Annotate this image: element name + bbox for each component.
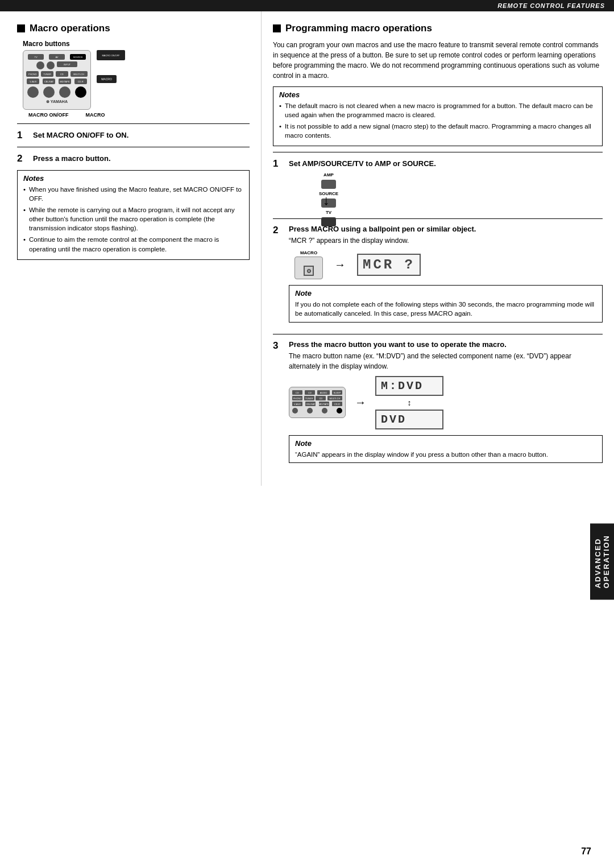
macro-on-off-label: MACRO ON/OFF	[28, 112, 69, 118]
rb-vaux-btn: V-AUX	[292, 402, 302, 406]
macro-buttons-figure: Macro buttons TV AV SOURCE INPUT	[23, 40, 250, 118]
amp-btn	[321, 180, 336, 189]
right-note-2: It is not possible to add a new signal (…	[279, 122, 596, 140]
amp-source-fig: AMP SOURCE TV ↓	[300, 172, 603, 208]
divider-2	[17, 147, 250, 147]
prog-macro-heading: Programming macro operations	[273, 23, 603, 34]
power-av-btn: AV	[49, 54, 65, 60]
step2-note-title: Note	[295, 289, 596, 297]
step3-note-title: Note	[295, 439, 596, 448]
display-line-1: M:DVD	[375, 376, 443, 396]
display-arrow-down: ↕	[375, 398, 443, 407]
tv-text: TV	[312, 210, 346, 215]
rb-dvd-circle	[337, 408, 342, 414]
bullet-square-2	[273, 24, 281, 32]
right-column: Programming macro operations You can pro…	[262, 11, 614, 486]
rb-tuner-btn: TUNER	[304, 396, 314, 400]
right-notes-list: The default macro is not cleared when a …	[279, 101, 596, 140]
arrow-right-icon: →	[334, 258, 346, 271]
display-box-large: M:DVD ↕ DVD	[375, 376, 443, 429]
dvr-btn	[59, 86, 70, 98]
remote-main-body: TV AV SOURCE INPUT PHONO TUNER CD	[23, 50, 91, 110]
right-divider-3	[273, 334, 603, 334]
left-note-3: Continue to aim the remote control at th…	[23, 235, 243, 253]
step-2-text: Press a macro button.	[33, 153, 250, 163]
right-step-2-title: Press MACRO using a ballpoint pen or sim…	[289, 225, 603, 233]
rb-row-4	[292, 408, 342, 414]
remote-container: TV AV SOURCE INPUT PHONO TUNER CD	[23, 50, 250, 110]
cdr-btn: CD-R	[74, 78, 87, 84]
rb-sleep-btn: SLEEP	[332, 390, 342, 395]
prog-macro-title: Programming macro operations	[285, 23, 432, 34]
rb-phono-btn: PHONO	[292, 396, 302, 400]
remote-side-buttons: MACRO ON/OFF MACRO	[97, 50, 125, 83]
rb-cbl-btn: CBL/SAT	[305, 402, 316, 406]
step-1-num: 1	[17, 130, 28, 141]
step-1: 1 Set MACRO ON/OFF to ON.	[17, 130, 250, 141]
input-btn: INPUT	[57, 61, 77, 67]
right-step-1-text: Set AMP/SOURCE/TV to AMP or SOURCE.	[289, 158, 603, 168]
dvd-btn	[75, 86, 86, 98]
rb-row-2: PHONO TUNER CD MULTI-CH	[292, 396, 342, 400]
rb-audio-btn: AUDIO	[317, 390, 330, 395]
right-notes-title: Notes	[279, 90, 596, 99]
macro-remote-small: MACRO ⚙	[294, 250, 323, 279]
macro-on-off-btn: MACRO ON/OFF	[97, 50, 125, 60]
prog-intro: You can program your own macros and use …	[273, 40, 603, 81]
left-column: Macro operations Macro buttons TV AV SOU…	[0, 11, 262, 486]
rb-cd-btn: CD	[292, 390, 302, 395]
step3-note-box: Note “AGAIN” appears in the display wind…	[289, 435, 603, 463]
left-note-2: While the remote is carrying out a Macro…	[23, 205, 243, 233]
step-2-num: 2	[17, 153, 28, 164]
macro-ops-title: Macro operations	[30, 23, 110, 34]
right-notes-box: Notes The default macro is not cleared w…	[273, 86, 603, 146]
mcr-display-text: MCR ?	[357, 254, 421, 276]
arrow-right-2: →	[355, 396, 366, 409]
dtv-btn	[27, 86, 39, 98]
rb-vcr1-circle	[307, 408, 313, 414]
header-bar: REMOTE CONTROL FEATURES	[0, 0, 614, 11]
rb-md-btn: MD/TAPE	[319, 402, 329, 406]
step-2: 2 Press a macro button.	[17, 153, 250, 164]
rb-dvr-circle	[322, 408, 327, 414]
step2-note-box: Note If you do not complete each of the …	[289, 285, 603, 322]
right-divider-1	[273, 152, 603, 152]
cd-btn: CD	[56, 71, 68, 77]
side-tab: ADVANCED OPERATION	[590, 523, 614, 600]
display-line-2: DVD	[375, 410, 443, 429]
nav-btn-2	[47, 61, 55, 69]
mcr-macro-label: MACRO	[294, 250, 323, 255]
yamaha-logo: ⊛ YAMAHA	[26, 100, 88, 104]
right-step-1: 1 Set AMP/SOURCE/TV to AMP or SOURCE. AM…	[273, 158, 603, 213]
left-notes-box: Notes When you have finished using the M…	[17, 170, 250, 260]
rb-cdr-btn: CD-R	[332, 402, 342, 406]
step3-remote: CD CD AUDIO SLEEP PHONO TUNER CD MULTI-C…	[289, 387, 346, 418]
nav-btn-1	[36, 61, 44, 69]
remote-labels: MACRO ON/OFF MACRO	[28, 112, 250, 118]
macro-buttons-label: Macro buttons	[23, 40, 250, 48]
right-step-3-subtitle: The macro button name (ex. “M:DVD”) and …	[289, 351, 603, 371]
divider-1	[17, 123, 250, 124]
macro-label: MACRO	[86, 112, 105, 118]
amp-text: AMP	[312, 172, 346, 177]
right-step-1-num: 1	[273, 158, 284, 170]
right-step-3: 3 Press the macro button you want to use…	[273, 340, 603, 469]
left-note-1: When you have finished using the Macro f…	[23, 185, 243, 203]
macro-btn: MACRO	[97, 75, 117, 83]
arrow-down: ↓	[323, 192, 603, 208]
page-number: 77	[581, 846, 591, 857]
left-notes-list: When you have finished using the Macro f…	[23, 185, 243, 254]
rb-row-1: CD CD AUDIO SLEEP	[292, 390, 342, 395]
rb-cd3-btn: CD	[316, 396, 326, 400]
power-tv-btn: TV	[28, 54, 44, 60]
header-text: REMOTE CONTROL FEATURES	[497, 2, 605, 9]
right-note-1: The default macro is not cleared when a …	[279, 101, 596, 119]
right-step-3-title: Press the macro button you want to use t…	[289, 340, 603, 349]
multich-btn: MULTI-CH	[70, 71, 88, 77]
source-btn: SOURCE	[70, 54, 86, 60]
tuner-btn: TUNER	[41, 71, 53, 77]
cblsat-btn: CBL/SAT	[43, 78, 55, 84]
right-step-3-num: 3	[273, 340, 284, 352]
mdtape-btn: MD/TAPE	[59, 78, 71, 84]
step-1-text: Set MACRO ON/OFF to ON.	[33, 130, 250, 139]
